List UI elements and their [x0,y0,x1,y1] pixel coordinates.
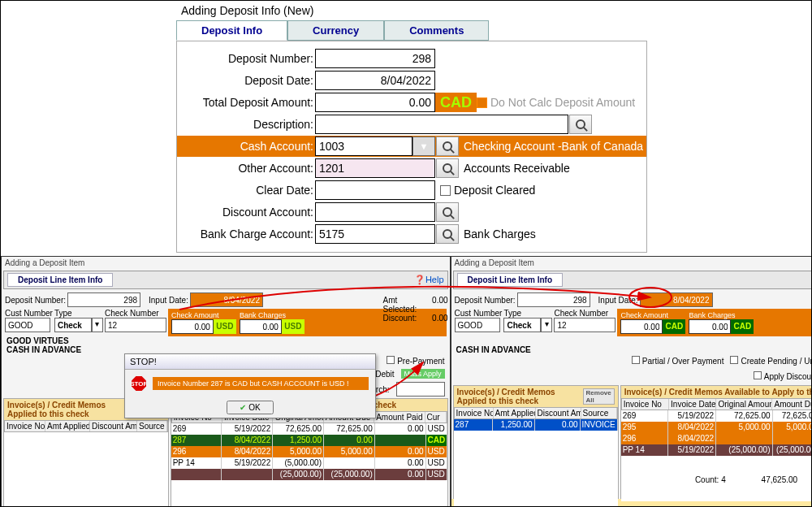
lbl-deposit-date: Deposit Date: [177,74,315,87]
help-icon: ❓ [414,275,425,284]
lbl-cust-number: Cust Number [5,309,53,318]
r-remove-all-button[interactable]: Remove All [583,388,615,405]
rcol-discamt[interactable]: Discount Amt [536,408,581,418]
lbl-input-date-mini: Input Date: [149,296,188,305]
racol-due[interactable]: Amount Due [772,399,812,410]
racol-invno[interactable]: Invoice No [622,399,669,410]
r-lbl-bankcharges: Bank Charges [689,311,754,319]
lbl-other-account: Other Account: [177,162,315,175]
r-partial-over-checkbox[interactable] [632,356,640,364]
stop-dialog-ok-button[interactable]: ✔ OK [227,401,273,414]
lbl-bank-charge-account: Bank Charge Account: [177,228,315,240]
racol-date[interactable]: Invoice Date [669,399,716,410]
search-icon [576,119,585,129]
deposit-number-input[interactable] [315,49,435,68]
other-account-input[interactable] [315,158,435,178]
discount-account-lookup-button[interactable] [436,202,459,222]
right-applied-grid[interactable]: Invoice(s) / Credit Memos Applied to thi… [453,385,619,499]
right-section-tab[interactable]: Deposit Line Item Info [457,273,563,287]
col-invoice-no[interactable]: Invoice No [5,421,45,431]
right-check-number[interactable] [554,318,615,332]
right-bank-charges[interactable] [689,319,731,334]
right-input-date[interactable] [640,292,713,307]
mass-apply-button[interactable]: Mass Apply [401,369,445,379]
clear-date-input[interactable] [315,180,435,200]
rcol-amtapp[interactable]: Amt Applied [494,408,536,418]
table-row[interactable]: 2695/19/202272,625.0072,625.000.00USD [621,410,812,422]
left-deposit-number[interactable] [67,292,140,307]
cash-account-input[interactable] [315,136,412,156]
table-row[interactable]: 2968/04/20225,000.005,000.000.00USD [171,446,447,457]
lbl-check-amount: Check Amount [171,311,236,319]
r-create-pending-checkbox[interactable] [730,356,738,364]
left-type[interactable] [54,318,92,332]
r-lbl-pending: Create Pending / Unauthorized Debit [741,357,812,366]
deposit-cleared-checkbox[interactable] [440,185,451,196]
r-lbl-type: Type [503,309,552,318]
lbl-deposit-cleared: Deposit Cleared [454,184,535,197]
acol-amount-paid[interactable]: Amount Paid [374,412,425,422]
col-discount-amt[interactable]: Discount Amt [90,421,137,431]
racol-orig[interactable]: Original Amount [716,399,772,410]
deposit-date-input[interactable] [315,71,435,90]
right-pane-title: Adding a Deposit Item [451,257,812,269]
rcol-source[interactable]: Source [581,408,617,418]
description-input[interactable] [315,115,568,134]
search-icon [443,229,452,239]
table-row[interactable]: 2871,250.000.00INVOICE [454,419,618,431]
table-row[interactable]: 2695/19/202272,625.0072,625.000.00USD [171,423,447,435]
right-cust-number[interactable] [455,318,500,332]
acol-currency[interactable]: Cur [425,412,447,422]
right-type-dropdown[interactable]: ▾ [541,318,552,332]
left-cust-number[interactable] [5,318,50,332]
bank-charge-account-input[interactable] [315,224,435,244]
prepayment-checkbox[interactable] [387,356,395,364]
lbl-no-calc: Do Not Calc Deposit Amount [490,96,635,109]
total-amount-input[interactable] [315,93,435,112]
tab-comments[interactable]: Comments [384,20,489,41]
tab-currency[interactable]: Currency [287,20,384,41]
stop-dialog-title: STOP! [125,354,375,370]
no-calc-checkbox[interactable] [477,98,487,108]
discount-account-input[interactable] [315,202,435,222]
rcol-invno[interactable]: Invoice No [455,408,494,418]
tab-deposit-info[interactable]: Deposit Info [176,20,287,41]
lbl-bank-charges-mini: Bank Charges [240,311,304,319]
left-check-amount[interactable] [171,319,214,334]
window-title: Adding Deposit Info (New) [181,4,806,17]
table-row[interactable]: PP 145/19/2022(25,000.00)(25,000.00)0.00… [621,444,812,456]
r-lbl-checkamt: Check Amount [620,311,685,319]
r-apply-discount-checkbox[interactable] [754,371,762,379]
left-section-tab[interactable]: Deposit Line Item Info [7,273,113,287]
description-lookup-button[interactable] [569,115,592,134]
lbl-type: Type [54,309,103,318]
other-account-lookup-button[interactable] [436,158,459,178]
other-account-desc: Accounts Receivable [464,162,570,175]
right-applied-title: Invoice(s) / Credit Memos Applied to thi… [457,388,583,405]
table-row[interactable]: 2968/04/20220.00USD [621,433,812,444]
left-bank-charges[interactable] [240,319,282,334]
lbl-amt-selected: Amt Selected: [383,296,433,314]
left-check-number[interactable] [105,318,166,332]
lbl-deposit-number: Deposit Number: [177,52,315,65]
left-help-link[interactable]: ❓Help [414,275,444,285]
table-row[interactable]: (25,000.00)(25,000.00)0.00USD [171,469,447,480]
cash-account-dropdown[interactable]: ▼ [412,136,435,156]
r-lbl-applydisc: Apply Discount [764,372,812,381]
table-row[interactable]: 2878/04/20221,250.000.00CAD [171,435,447,446]
col-source[interactable]: Source [137,421,167,431]
right-deposit-number[interactable] [517,292,590,307]
left-search-input[interactable] [396,382,445,396]
lbl-total-amount: Total Deposit Amount: [177,96,315,109]
col-amt-applied[interactable]: Amt Applied [45,421,90,431]
table-row[interactable]: PP 145/19/2022(5,000.00)0.00USD [171,457,447,469]
left-type-dropdown[interactable]: ▾ [92,318,103,332]
cash-account-lookup-button[interactable] [436,136,459,156]
bank-charge-lookup-button[interactable] [436,224,459,244]
right-check-amount[interactable] [620,319,663,334]
right-type[interactable] [503,318,541,332]
right-deposit-item-pane: Adding a Deposit Item Deposit Line Item … [451,256,812,507]
table-row[interactable]: 2958/04/20225,000.005,000.000.00USD [621,422,812,433]
val-discount: 0.00 [432,314,447,323]
left-input-date[interactable] [190,292,263,307]
